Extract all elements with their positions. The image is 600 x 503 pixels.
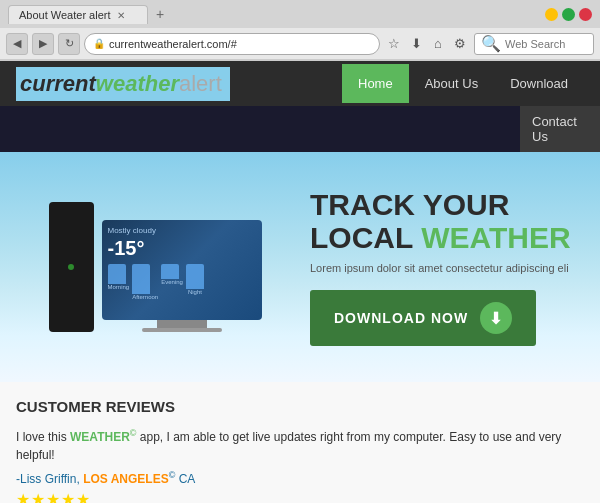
reviewer-city: LOS ANGELES [83,472,169,486]
logo-alert: alert [179,71,222,96]
settings-icon[interactable]: ⚙ [450,34,470,54]
reviewer-prefix: -Liss Griffin, [16,472,83,486]
site-nav: currentweatheralert Home About Us Downlo… [0,61,600,106]
maximize-button[interactable] [562,8,575,21]
browser-tab[interactable]: About Weater alert ✕ [8,5,148,24]
nav-download[interactable]: Download [494,64,584,103]
reviews-title: CUSTOMER REVIEWS [16,398,584,415]
device-tower [49,202,94,332]
device-monitor: Mostly cloudy -15° Morning Afternoon [102,220,262,332]
close-button[interactable] [579,8,592,21]
logo-background: currentweatheralert [16,67,230,101]
home-icon[interactable]: ⌂ [428,34,448,54]
review1-highlight1: WEATHER [70,430,130,444]
nav-contact[interactable]: Contact Us [520,106,600,152]
tab-close-btn[interactable]: ✕ [117,10,125,21]
reviewer-suffix: CA [175,472,195,486]
screen-condition: Mostly cloudy [108,226,256,235]
chart-bar-1: Morning [108,264,130,300]
hero-devices-area: Mostly cloudy -15° Morning Afternoon [20,202,290,332]
bookmark-icon[interactable]: ⬇ [406,34,426,54]
logo-weather: weather [96,71,179,96]
tab-area: About Weater alert ✕ + [8,4,170,24]
download-now-button[interactable]: DOWNLOAD NOW ⬇ [310,290,536,346]
reviewer-name: -Liss Griffin, LOS ANGELES© CA [16,470,584,486]
logo-text: currentweatheralert [20,71,222,97]
address-bar[interactable] [109,38,371,50]
refresh-button[interactable]: ↻ [58,33,80,55]
minimize-button[interactable] [545,8,558,21]
tab-title: About Weater alert [19,9,111,21]
forward-button[interactable]: ▶ [32,33,54,55]
new-tab-button[interactable]: + [150,4,170,24]
hero-title-weather: WEATHER [421,221,570,254]
screen-temperature: -15° [108,237,256,260]
back-button[interactable]: ◀ [6,33,28,55]
hero-title-line2: LOCAL [310,221,413,254]
search-bar-wrapper: 🔍 [474,33,594,55]
browser-chrome: About Weater alert ✕ + ◀ ▶ ↻ 🔒 ☆ ⬇ ⌂ ⚙ 🔍 [0,0,600,61]
reviews-section: CUSTOMER REVIEWS I love this WEATHER© ap… [0,382,600,503]
logo-current: current [20,71,96,96]
hero-title-line1: TRACK YOUR [310,188,509,221]
hero-text: TRACK YOUR LOCAL WEATHER Lorem ipsum dol… [290,188,580,346]
download-btn-label: DOWNLOAD NOW [334,310,468,326]
hero-description: Lorem ipsum dolor sit amet consectetur a… [310,262,580,274]
download-btn-icon: ⬇ [480,302,512,334]
chart-bar-3: Evening [161,264,183,300]
toolbar-icons: ☆ ⬇ ⌂ ⚙ [384,34,470,54]
browser-titlebar: About Weater alert ✕ + [0,0,600,28]
hero-title: TRACK YOUR LOCAL WEATHER [310,188,580,254]
star-icon[interactable]: ☆ [384,34,404,54]
nav-links: Home About Us Download [342,64,584,103]
nav-about[interactable]: About Us [409,64,494,103]
lock-icon: 🔒 [93,38,105,49]
review-1-text: I love this WEATHER© app, I am able to g… [16,427,584,464]
chart-bar-2: Afternoon [132,264,158,300]
screen-chart: Morning Afternoon Evening [108,264,256,300]
chart-bar-4: Night [186,264,204,300]
hero-section: Mostly cloudy -15° Morning Afternoon [0,152,600,382]
window-controls [545,8,592,21]
search-input[interactable] [505,38,600,50]
monitor-base [142,328,222,332]
monitor-stand [157,320,207,328]
site-logo: currentweatheralert [16,67,342,101]
website-content: currentweatheralert Home About Us Downlo… [0,61,600,503]
search-icon: 🔍 [481,34,501,53]
review1-prefix: I love this [16,430,70,444]
address-bar-wrapper: 🔒 [84,33,380,55]
monitor-screen: Mostly cloudy -15° Morning Afternoon [102,220,262,320]
hero-devices: Mostly cloudy -15° Morning Afternoon [49,202,262,332]
review1-stars: ★★★★★ [16,490,584,503]
browser-toolbar: ◀ ▶ ↻ 🔒 ☆ ⬇ ⌂ ⚙ 🔍 [0,28,600,60]
nav-home[interactable]: Home [342,64,409,103]
